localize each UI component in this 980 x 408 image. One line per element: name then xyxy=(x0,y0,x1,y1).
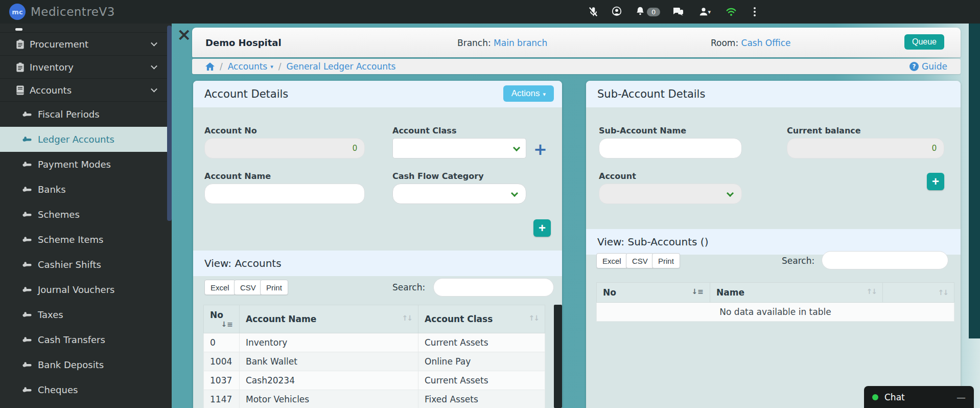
sidebar-item-label: Accounts xyxy=(30,85,72,96)
excel-export-button[interactable]: Excel xyxy=(596,253,627,268)
breadcrumb-separator: / xyxy=(278,61,282,72)
cell-account-name: Motor Vehicles xyxy=(240,390,418,408)
sidebar-item-scheme-items[interactable]: Scheme Items xyxy=(0,227,172,252)
chevron-down-icon[interactable]: ▾ xyxy=(270,63,273,70)
panel-title: Sub-Account Details xyxy=(597,88,705,100)
csv-export-button[interactable]: CSV xyxy=(234,280,262,295)
account-name-input[interactable] xyxy=(204,184,365,204)
close-icon[interactable]: × xyxy=(177,26,192,43)
guide-link[interactable]: ? Guide xyxy=(909,61,947,72)
wifi-status-icon[interactable] xyxy=(726,6,737,17)
sidebar-item-ledger-accounts[interactable]: Ledger Accounts xyxy=(0,127,172,152)
column-header-account-name[interactable]: Account Name↑↓ xyxy=(240,305,418,333)
brand[interactable]: mc MedicentreV3 xyxy=(0,4,115,20)
sidebar-item-procurement[interactable]: Procurement xyxy=(0,33,172,56)
account-details-panel: Account Details Actions▾ Account No Acco… xyxy=(193,81,562,408)
sub-account-details-panel: Sub-Account Details Sub-Account Name Cur… xyxy=(586,81,961,408)
excel-export-button[interactable]: Excel xyxy=(204,280,236,295)
page-scrollbar[interactable] xyxy=(969,24,980,338)
column-header-account-class[interactable]: Account Class↑↓ xyxy=(418,305,545,333)
column-header-no[interactable]: No↓≡ xyxy=(204,305,240,333)
table-scrollbar[interactable] xyxy=(554,305,562,408)
sidebar-item-label: Fiscal Periods xyxy=(38,109,100,120)
app-root: mc MedicentreV3 0 ▾ xyxy=(0,0,980,408)
table-row[interactable]: 1004 Bank Wallet Online Pay xyxy=(204,352,545,371)
home-icon[interactable] xyxy=(205,61,215,72)
sidebar-item-journal-vouchers[interactable]: Journal Vouchers xyxy=(0,277,172,302)
current-balance-label: Current balance xyxy=(787,126,861,135)
panel-title: Account Details xyxy=(204,88,288,100)
clipboard-icon xyxy=(15,39,25,49)
sidebar-item-taxes[interactable]: Taxes xyxy=(0,302,172,327)
hand-point-icon xyxy=(22,360,32,370)
add-account-button[interactable]: + xyxy=(533,219,551,237)
column-header-extra[interactable]: ↑↓ xyxy=(883,283,954,303)
cash-flow-category-label: Cash Flow Category xyxy=(392,171,484,181)
account-select[interactable] xyxy=(599,184,742,204)
branch-info: Branch: Main branch xyxy=(457,38,547,48)
table-row[interactable]: 0 Inventory Current Assets xyxy=(204,333,545,352)
breadcrumb-current-page[interactable]: General Ledger Accounts xyxy=(287,61,396,72)
accounts-view-header: View: Accounts xyxy=(193,251,562,276)
messages-icon[interactable] xyxy=(672,6,684,17)
hand-point-icon xyxy=(22,185,32,194)
sort-icon: ↑↓ xyxy=(938,288,948,297)
account-no-input[interactable] xyxy=(204,138,365,158)
more-options-icon[interactable] xyxy=(749,6,760,17)
hospital-name: Demo Hospital xyxy=(205,37,282,48)
hand-point-icon xyxy=(22,285,32,294)
table-row[interactable]: 1037 Cash20234 Current Assets xyxy=(204,371,545,390)
no-data-message: No data available in table xyxy=(597,303,954,322)
breadcrumb-accounts[interactable]: Accounts xyxy=(228,61,268,72)
actions-button[interactable]: Actions▾ xyxy=(503,85,554,102)
guide-label: Guide xyxy=(922,61,947,72)
sidebar-item-label: Schemes xyxy=(38,209,80,220)
user-menu[interactable]: ▾ xyxy=(696,6,713,17)
accounts-search-input[interactable] xyxy=(433,278,554,297)
cell-no: 1004 xyxy=(204,352,240,371)
search-label: Search: xyxy=(782,256,814,266)
sidebar-item-payment-modes[interactable]: Payment Modes xyxy=(0,152,172,177)
sub-accounts-search-input[interactable] xyxy=(822,251,948,269)
branch-link[interactable]: Main branch xyxy=(494,38,547,48)
sidebar-item-cashier-shifts[interactable]: Cashier Shifts xyxy=(0,252,172,277)
sub-account-name-input[interactable] xyxy=(599,138,742,158)
sidebar-item-schemes[interactable]: Schemes xyxy=(0,202,172,227)
sidebar-item-label: Taxes xyxy=(38,309,63,320)
sidebar-item-accounts[interactable]: Accounts xyxy=(0,79,172,102)
hand-point-icon xyxy=(22,210,32,219)
column-header-no[interactable]: No↓≡ xyxy=(597,283,710,303)
csv-export-button[interactable]: CSV xyxy=(626,253,654,268)
add-account-class-icon[interactable]: + xyxy=(533,141,547,157)
sidebar-scrolled-item xyxy=(0,24,172,33)
print-export-button[interactable]: Print xyxy=(260,280,288,295)
sidebar-item-fiscal-periods[interactable]: Fiscal Periods xyxy=(0,102,172,127)
sidebar-scrollbar[interactable] xyxy=(167,26,172,221)
hand-point-icon xyxy=(22,160,32,169)
room-link[interactable]: Cash Office xyxy=(741,38,791,48)
add-sub-account-button[interactable]: + xyxy=(927,173,944,190)
sort-icon: ↑↓ xyxy=(867,287,876,296)
notifications[interactable]: 0 xyxy=(635,6,660,17)
microphone-muted-icon[interactable] xyxy=(588,6,599,17)
table-row[interactable]: 1147 Motor Vehicles Fixed Assets xyxy=(204,390,545,408)
queue-button[interactable]: Queue xyxy=(904,34,944,50)
column-header-name[interactable]: Name↑↓ xyxy=(710,283,883,303)
sidebar-item-label: Cash Transfers xyxy=(38,334,105,345)
cell-no: 0 xyxy=(204,333,240,352)
cash-flow-category-select[interactable] xyxy=(392,184,526,204)
sidebar-item-banks[interactable]: Banks xyxy=(0,177,172,202)
support-agent-icon[interactable] xyxy=(611,6,622,17)
account-class-select[interactable] xyxy=(392,138,526,158)
hand-point-icon xyxy=(22,235,32,244)
online-status-icon xyxy=(872,394,878,400)
sidebar-item-cheques[interactable]: Cheques xyxy=(0,377,172,402)
sidebar-item-cash-transfers[interactable]: Cash Transfers xyxy=(0,327,172,352)
sidebar-item-inventory[interactable]: Inventory xyxy=(0,56,172,79)
sidebar-item-bank-deposits[interactable]: Bank Deposits xyxy=(0,352,172,377)
minimize-icon[interactable]: — xyxy=(956,392,966,402)
current-balance-input[interactable] xyxy=(787,138,944,158)
print-export-button[interactable]: Print xyxy=(652,253,680,268)
sub-account-details-header: Sub-Account Details xyxy=(586,81,961,107)
chat-widget[interactable]: Chat — xyxy=(864,386,974,408)
